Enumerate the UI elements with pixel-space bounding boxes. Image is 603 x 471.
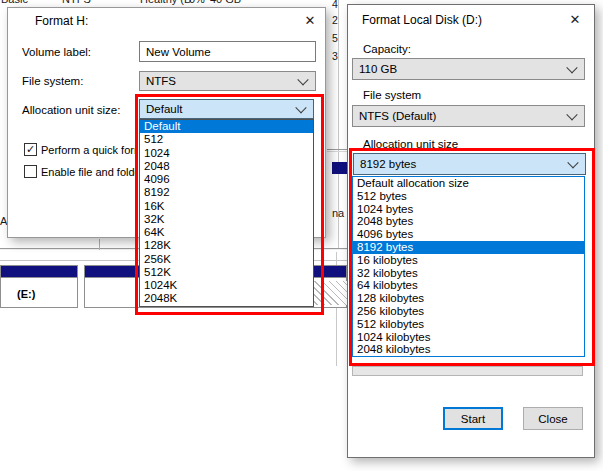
dropdown-option[interactable]: 2048 — [140, 160, 313, 173]
dropdown-option[interactable]: 1024 bytes — [353, 203, 584, 216]
disk-row-percent: 0% — [189, 0, 205, 5]
allocation-unit-combo[interactable]: Default — [139, 99, 314, 119]
volume-label-e: (E:) — [17, 288, 35, 300]
allocation-unit-label: Allocation unit size — [363, 138, 458, 150]
dropdown-option[interactable]: 4096 — [140, 173, 313, 186]
allocation-unit-value: Default — [146, 103, 182, 115]
bg-digit: 3 — [332, 50, 338, 62]
dropdown-option[interactable]: 8192 — [140, 186, 313, 199]
dropdown-option[interactable]: 256K — [140, 253, 313, 266]
volume-header-bar — [1, 266, 77, 278]
screen: Basic NTFS Healthy (B 0% 40 GB 4 2 5 3 n… — [0, 0, 603, 471]
file-system-combo[interactable]: NTFS (Default) — [352, 105, 585, 127]
compression-checkbox[interactable] — [24, 165, 37, 178]
close-icon[interactable]: ✕ — [301, 12, 319, 30]
dropdown-option[interactable]: 16K — [140, 200, 313, 213]
disk-management-table-row: Basic NTFS Healthy (B 0% 40 GB — [0, 0, 330, 7]
volume-box-e[interactable]: (E:) — [0, 265, 78, 308]
dropdown-option[interactable]: Default — [140, 120, 313, 133]
bg-volume-bar-fragment — [332, 162, 347, 174]
bg-line — [327, 149, 347, 150]
bg-line — [327, 151, 347, 152]
dialog-title: Format H: — [35, 14, 88, 28]
chevron-down-icon — [567, 157, 578, 168]
chevron-down-icon — [295, 102, 306, 113]
bg-digit: 5 — [332, 32, 338, 44]
close-button[interactable]: Close — [523, 407, 583, 430]
capacity-value: 110 GB — [359, 63, 397, 75]
dropdown-option[interactable]: 4096 bytes — [353, 228, 584, 241]
capacity-combo[interactable]: 110 GB — [352, 58, 585, 80]
chevron-down-icon — [566, 62, 577, 73]
dropdown-option[interactable]: 128K — [140, 239, 313, 252]
dropdown-option[interactable]: 2048K — [140, 292, 313, 305]
file-system-label: File system: — [22, 75, 83, 87]
dialog-title: Format Local Disk (D:) — [362, 13, 482, 27]
volume-label-input[interactable]: New Volume — [139, 41, 316, 62]
bg-text-fragment: na — [332, 207, 344, 219]
dropdown-option[interactable]: 1024K — [140, 279, 313, 292]
start-button[interactable]: Start — [443, 407, 503, 430]
start-button-label: Start — [461, 413, 485, 425]
dropdown-option[interactable]: 1024 — [140, 147, 313, 160]
disk-row-layout: Basic — [1, 0, 28, 5]
close-icon[interactable]: ✕ — [566, 11, 584, 29]
checkmark-icon: ✓ — [26, 143, 35, 155]
file-system-value: NTFS (Default) — [359, 110, 436, 122]
chevron-down-icon — [297, 74, 308, 85]
bg-text-fragment: A — [0, 215, 7, 229]
allocation-dropdown-list-d: Default allocation size512 bytes1024 byt… — [352, 176, 585, 357]
bg-digit: 2 — [332, 14, 338, 26]
dropdown-option[interactable]: 128 kilobytes — [353, 292, 584, 305]
quick-format-checkbox[interactable]: ✓ — [24, 143, 37, 156]
dropdown-option[interactable]: 512 bytes — [353, 190, 584, 203]
file-system-label: File system — [363, 89, 421, 101]
file-system-combo[interactable]: NTFS — [139, 71, 316, 91]
compression-label: Enable file and folder — [41, 165, 138, 179]
quick-format-label: Perform a quick forma — [41, 143, 138, 157]
dropdown-option[interactable]: 256 kilobytes — [353, 305, 584, 318]
format-progress-bar — [352, 366, 583, 376]
dropdown-option[interactable]: 512 kilobytes — [353, 318, 584, 331]
allocation-unit-label: Allocation unit size: — [22, 104, 120, 116]
dropdown-option[interactable]: 512K — [140, 266, 313, 279]
disk-row-filesystem: NTFS — [62, 0, 91, 5]
dropdown-option[interactable]: 32K — [140, 213, 313, 226]
dropdown-option[interactable]: 32 kilobytes — [353, 267, 584, 280]
close-button-label: Close — [538, 413, 567, 425]
dropdown-option[interactable]: 512 — [140, 133, 313, 146]
allocation-unit-value: 8192 bytes — [360, 158, 416, 170]
dropdown-option[interactable]: 2048 kilobytes — [353, 343, 584, 356]
chevron-down-icon — [566, 109, 577, 120]
bg-divider — [99, 239, 100, 250]
dropdown-option[interactable]: 2048 bytes — [353, 215, 584, 228]
dropdown-option[interactable]: 16 kilobytes — [353, 254, 584, 267]
dropdown-option[interactable]: Default allocation size — [353, 177, 584, 190]
allocation-dropdown-list-h: Default512102420484096819216K32K64K128K2… — [139, 119, 314, 307]
volume-label-label: Volume label: — [22, 46, 91, 58]
dropdown-option[interactable]: 64 kilobytes — [353, 279, 584, 292]
capacity-label: Capacity: — [363, 43, 411, 55]
bg-digit: 4 — [332, 0, 338, 10]
disk-row-status: Healthy (B — [140, 0, 191, 5]
allocation-unit-combo[interactable]: 8192 bytes — [353, 153, 586, 175]
disk-row-capacity: 40 GB — [210, 0, 241, 5]
dropdown-option[interactable]: 1024 kilobytes — [353, 331, 584, 344]
dropdown-option[interactable]: 8192 bytes — [353, 241, 584, 254]
dropdown-option[interactable]: 64K — [140, 226, 313, 239]
file-system-value: NTFS — [146, 75, 176, 87]
